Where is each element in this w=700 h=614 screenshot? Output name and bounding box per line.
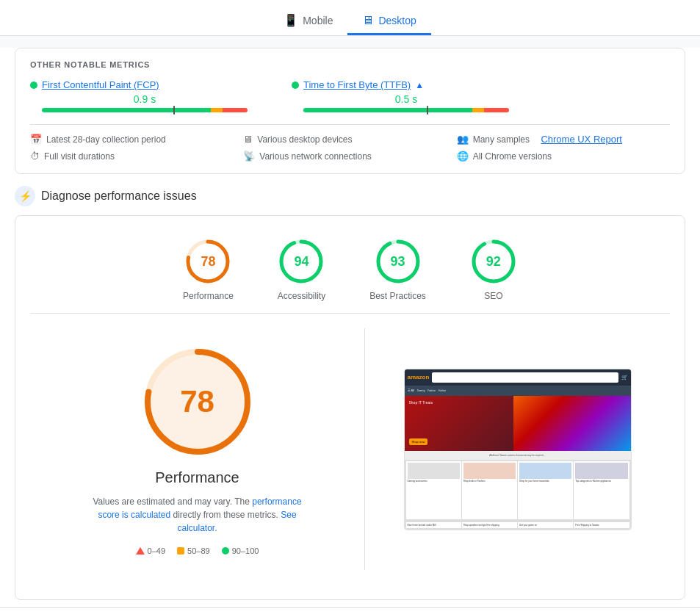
- chrome-icon: 🌐: [457, 151, 469, 162]
- fail-icon: [136, 547, 145, 555]
- ttfb-status-dot: [292, 82, 299, 89]
- seo-circle: 92: [470, 238, 517, 285]
- score-card-seo[interactable]: 92 SEO: [470, 238, 517, 301]
- ttfb-progress-bar: [303, 108, 509, 112]
- metadata-visits: ⏱ Full visit durations: [30, 151, 243, 162]
- seo-label: SEO: [484, 291, 502, 301]
- ttfb-link[interactable]: Time to First Byte (TTFB): [303, 79, 411, 90]
- metadata-samples: 👥 Many samples Chrome UX Report: [457, 134, 670, 145]
- diagnose-section: ⚡ Diagnose performance issues 78 Perform…: [15, 186, 685, 600]
- view-tabs: 📱 Mobile 🖥 Desktop: [0, 0, 700, 36]
- legend-good: 90–100: [222, 546, 259, 555]
- seo-score: 92: [486, 254, 501, 270]
- amazon-screenshot: amazon 🛒 ☰ All Gaming Fashion Kitchen: [405, 369, 631, 530]
- performance-circle: 78: [184, 238, 231, 285]
- fcp-progress-bar: [42, 108, 248, 112]
- diagnose-icon: ⚡: [15, 186, 35, 206]
- large-performance-circle: 78: [139, 343, 256, 460]
- performance-label: Performance: [183, 291, 234, 301]
- timer-icon: ⏱: [30, 151, 40, 162]
- ttfb-value: 0.5 s: [303, 93, 509, 105]
- best-practices-circle: 93: [375, 238, 422, 285]
- good-icon: [222, 547, 229, 555]
- large-performance-score: 78: [180, 384, 214, 419]
- users-icon: 👥: [457, 134, 469, 145]
- fcp-value: 0.9 s: [42, 93, 248, 105]
- metrics-footer: METRICS Expand view: [0, 607, 700, 614]
- page-screenshot: amazon 🛒 ☰ All Gaming Fashion Kitchen: [404, 369, 632, 530]
- perf-detail-left: 78 Performance Values are estimated and …: [30, 328, 365, 570]
- accessibility-score: 94: [294, 254, 308, 270]
- score-cards-row: 78 Performance 94 Accessibility: [30, 231, 670, 314]
- accessibility-label: Accessibility: [278, 291, 325, 301]
- desktop-icon: 🖥: [362, 14, 374, 27]
- metadata-collection: 📅 Latest 28-day collection period: [30, 134, 243, 145]
- device-icon: 🖥: [243, 134, 253, 145]
- notable-metrics-section: OTHER NOTABLE METRICS First Contentful P…: [15, 48, 685, 174]
- perf-detail-title: Performance: [155, 469, 239, 486]
- mobile-icon: 📱: [284, 13, 298, 27]
- perf-detail-right: amazon 🛒 ☰ All Gaming Fashion Kitchen: [365, 328, 670, 570]
- ttfb-info-icon: ▲: [415, 80, 424, 90]
- score-card-performance[interactable]: 78 Performance: [183, 238, 234, 301]
- metrics-row: First Contentful Paint (FCP) 0.9 s Time …: [30, 79, 670, 112]
- diagnose-title: Diagnose performance issues: [41, 189, 197, 203]
- section-label-notable: OTHER NOTABLE METRICS: [30, 60, 670, 69]
- score-card-best-practices[interactable]: 93 Best Practices: [369, 238, 426, 301]
- metadata-grid: 📅 Latest 28-day collection period 🖥 Vari…: [30, 124, 670, 162]
- accessibility-circle: 94: [278, 238, 325, 285]
- legend-average: 50–89: [177, 546, 210, 555]
- fcp-status-dot: [30, 82, 37, 89]
- fcp-metric: First Contentful Paint (FCP) 0.9 s: [30, 79, 248, 112]
- metadata-devices: 🖥 Various desktop devices: [243, 134, 456, 145]
- performance-detail: 78 Performance Values are estimated and …: [30, 314, 670, 585]
- calendar-icon: 📅: [30, 134, 42, 145]
- network-icon: 📡: [243, 151, 255, 162]
- score-cards-container: 78 Performance 94 Accessibility: [15, 215, 685, 600]
- metadata-network: 📡 Various network connections: [243, 151, 456, 162]
- score-legend: 0–49 50–89 90–100: [136, 546, 259, 555]
- fcp-link[interactable]: First Contentful Paint (FCP): [42, 79, 159, 90]
- best-practices-label: Best Practices: [369, 291, 426, 301]
- tab-desktop[interactable]: 🖥 Desktop: [347, 8, 430, 35]
- chrome-ux-link[interactable]: Chrome UX Report: [541, 134, 622, 145]
- performance-score: 78: [201, 254, 215, 270]
- ttfb-metric: Time to First Byte (TTFB) ▲ 0.5 s: [292, 79, 509, 112]
- diagnose-header: ⚡ Diagnose performance issues: [15, 186, 685, 206]
- average-icon: [177, 547, 184, 555]
- score-card-accessibility[interactable]: 94 Accessibility: [278, 238, 325, 301]
- tab-mobile[interactable]: 📱 Mobile: [269, 7, 347, 35]
- best-practices-score: 93: [391, 254, 405, 270]
- legend-fail: 0–49: [136, 546, 165, 555]
- metadata-chrome-versions: 🌐 All Chrome versions: [457, 151, 670, 162]
- perf-description: Values are estimated and may vary. The p…: [87, 495, 308, 535]
